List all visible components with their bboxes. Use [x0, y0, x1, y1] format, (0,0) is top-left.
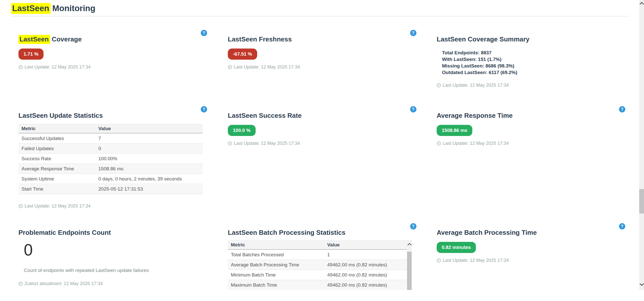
- summary-line-with: With LastSeen: 151 (1.7%): [442, 56, 630, 63]
- last-update-line: Last Update: 12 May 2025 17:34: [228, 64, 421, 70]
- page-scrollbar-thumb[interactable]: [639, 189, 644, 214]
- last-update-text: Last Update: 12 May 2025 17:34: [443, 141, 509, 146]
- table-row: Failed Updates 0: [18, 144, 203, 154]
- help-icon[interactable]: ?: [410, 30, 416, 36]
- last-update-text: Last Update: 12 May 2025 17:34: [443, 82, 509, 88]
- coverage-summary-list: Total Endpoints: 8837 With LastSeen: 151…: [442, 50, 630, 76]
- last-update-text: Zuletzt aktualisiert: 12 May 2025 17:34: [25, 281, 103, 286]
- help-icon[interactable]: ?: [201, 106, 207, 112]
- card-title: Problematic Endpoints Count: [18, 221, 212, 237]
- metric-cell: Average Batch Processing Time: [228, 260, 324, 270]
- page-title: LastSeenMonitoring: [11, 3, 95, 14]
- freshness-value-badge: -67.51 %: [228, 49, 257, 60]
- card-batch-processing-statistics: ? LastSeen Batch Processing Statistics M…: [228, 221, 421, 290]
- value-cell: 0: [95, 144, 203, 154]
- card-title-highlight: LastSeen: [18, 35, 50, 44]
- metric-cell: Successful Updates: [18, 133, 95, 144]
- batch-table-scrollbar-thumb[interactable]: [407, 252, 412, 290]
- problematic-endpoints-count-value: 0: [24, 241, 212, 259]
- metric-cell: Total Batches Processed: [228, 249, 324, 260]
- card-lastseen-coverage: ? LastSeenCoverage 1.71 % Last Update: 1…: [18, 28, 212, 70]
- help-icon[interactable]: ?: [201, 30, 207, 36]
- last-update-text: Last Update: 12 May 2025 17:34: [25, 64, 91, 70]
- card-lastseen-success-rate: ? LastSeen Success Rate 100.0 % Last Upd…: [228, 104, 421, 146]
- value-cell: 2025-05-12 17:31:53: [95, 184, 203, 194]
- coverage-value-badge: 1.71 %: [18, 49, 43, 60]
- col-header-metric: Metric: [228, 240, 324, 250]
- summary-line-missing: Missing LastSeen: 8686 (98.3%): [442, 63, 630, 69]
- card-title: LastSeenCoverage: [18, 28, 212, 43]
- scroll-down-arrow-icon[interactable]: [639, 283, 644, 286]
- last-update-line: Last Update: 12 May 2025 17:34: [228, 141, 421, 146]
- table-row: Successful Updates 7: [18, 133, 203, 144]
- help-icon[interactable]: ?: [619, 106, 625, 112]
- metric-cell: Success Rate: [18, 154, 95, 164]
- update-statistics-table: Metric Value Successful Updates 7 Failed…: [18, 124, 203, 194]
- card-title: LastSeen Success Rate: [228, 104, 421, 120]
- metric-cell: Average Response Time: [18, 164, 95, 174]
- table-row: Start Time 2025-05-12 17:31:53: [18, 184, 203, 194]
- help-icon[interactable]: ?: [410, 106, 416, 112]
- scroll-up-arrow-icon[interactable]: [639, 2, 644, 5]
- last-update-line: Last Update: 12 May 2025 17:34: [18, 64, 212, 70]
- col-header-value: Value: [95, 124, 203, 133]
- page-scrollbar[interactable]: [639, 0, 644, 290]
- card-title: Average Response Time: [437, 104, 630, 120]
- table-row: Success Rate 100.00%: [18, 154, 203, 164]
- help-icon[interactable]: ?: [410, 223, 416, 229]
- metric-cell: Minimum Batch Time: [228, 270, 324, 280]
- table-row: Maximum Batch Time 49462.00 ms (0.82 min…: [228, 280, 407, 290]
- card-title: LastSeen Coverage Summary: [437, 28, 630, 43]
- last-update-text: Last Update: 12 May 2025 17:34: [234, 64, 300, 70]
- clock-icon: [18, 282, 23, 286]
- clock-icon: [228, 65, 232, 69]
- clock-icon: [18, 65, 23, 69]
- table-row: Total Batches Processed 1: [228, 249, 407, 260]
- page-title-rest: Monitoring: [52, 4, 95, 13]
- value-cell: 1: [324, 249, 407, 260]
- card-lastseen-freshness: ? LastSeen Freshness -67.51 % Last Updat…: [228, 28, 421, 70]
- value-cell: 7: [95, 133, 203, 144]
- summary-line-outdated: Outdated LastSeen: 6117 (69.2%): [442, 69, 630, 76]
- last-update-text: Last Update: 12 May 2025 17:34: [25, 203, 91, 209]
- value-cell: 49462.00 ms (0.82 minutes): [324, 280, 407, 290]
- clock-icon: [437, 258, 441, 263]
- card-title-rest: Coverage: [52, 35, 82, 43]
- metric-cell: Maximum Batch Time: [228, 280, 324, 290]
- last-update-line: Last Update: 12 May 2025 17:34: [437, 141, 630, 146]
- value-cell: 49462.00 ms (0.82 minutes): [324, 260, 407, 270]
- help-icon[interactable]: ?: [619, 223, 625, 229]
- card-title: LastSeen Freshness: [228, 28, 421, 43]
- card-problematic-endpoints-count: Problematic Endpoints Count 0 Count of e…: [18, 221, 212, 286]
- problematic-endpoints-description: Count of endpoints with repeated LastSee…: [24, 268, 212, 273]
- metric-cell: System Uptime: [18, 174, 95, 184]
- card-lastseen-coverage-summary: LastSeen Coverage Summary Total Endpoint…: [437, 28, 630, 88]
- header-divider: [11, 16, 629, 16]
- table-row: Average Response Time 1508.86 ms: [18, 164, 203, 174]
- batch-table-scrollbar[interactable]: [407, 240, 412, 290]
- table-row: Average Batch Processing Time 49462.00 m…: [228, 260, 407, 270]
- value-cell: 100.00%: [95, 154, 203, 164]
- table-row: Minimum Batch Time 49462.00 ms (0.82 min…: [228, 270, 407, 280]
- last-update-line: Last Update: 12 May 2025 17:34: [437, 82, 630, 88]
- scroll-up-arrow-icon[interactable]: [407, 243, 412, 245]
- batch-table-scroll-area[interactable]: Metric Value Total Batches Processed 1 A…: [228, 240, 412, 290]
- summary-line-total: Total Endpoints: 8837: [442, 50, 630, 56]
- col-header-metric: Metric: [18, 124, 95, 133]
- last-update-line: Zuletzt aktualisiert: 12 May 2025 17:34: [18, 281, 212, 286]
- card-average-batch-processing-time: ? Average Batch Processing Time 0.82 min…: [437, 221, 630, 263]
- table-row: System Uptime 0 days, 0 hours, 2 minutes…: [18, 174, 203, 184]
- last-update-line: Last Update: 12 May 2025 17:34: [437, 258, 630, 263]
- value-cell: 49462.00 ms (0.82 minutes): [324, 270, 407, 280]
- last-update-text: Last Update: 12 May 2025 17:34: [234, 141, 300, 146]
- clock-icon: [437, 83, 441, 87]
- batch-statistics-table: Metric Value Total Batches Processed 1 A…: [228, 240, 407, 290]
- table-header-row: Metric Value: [228, 240, 407, 250]
- card-average-response-time: ? Average Response Time 1508.86 ms Last …: [437, 104, 630, 146]
- card-title: LastSeen Batch Processing Statistics: [228, 221, 421, 237]
- value-cell: 1508.86 ms: [95, 164, 203, 174]
- col-header-value: Value: [324, 240, 407, 250]
- page-title-highlight: LastSeen: [11, 3, 51, 14]
- avg-response-time-badge: 1508.86 ms: [437, 125, 472, 136]
- last-update-text: Last Update: 12 May 2025 17:34: [443, 258, 509, 263]
